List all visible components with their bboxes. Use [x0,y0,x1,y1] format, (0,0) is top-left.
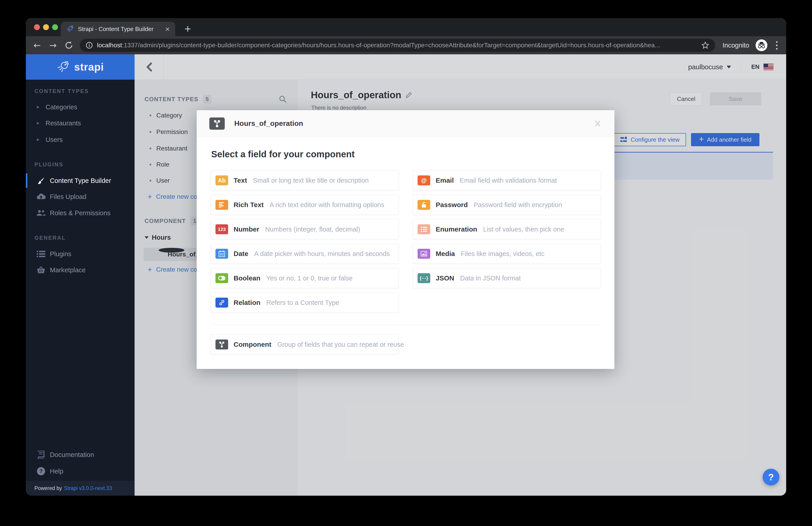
component-field-icon [216,340,228,349]
browser-toolbar: ← → localhost :1337/admin/plugins/conten… [26,36,786,54]
sidebar-item-restaurants[interactable]: Restaurants [26,116,134,130]
bookmark-star-icon[interactable] [701,41,709,49]
forward-icon[interactable]: → [48,40,58,50]
window-zoom-button[interactable] [52,24,58,30]
field-card-email[interactable]: @ Email Email field with validations for… [413,170,601,190]
users-icon [36,208,46,217]
modal-header: Hours_of_operation [197,110,614,137]
field-card-boolean[interactable]: Boolean Yes or no, 1 or 0, true or false [211,268,399,288]
sidebar: strapi CONTENT TYPES Categories Restaura… [26,54,134,496]
sidebar-item-users[interactable]: Users [26,132,134,147]
bullet-icon [37,139,39,141]
email-field-icon: @ [418,176,430,185]
content-types-section-label: CONTENT TYPES [26,88,89,94]
strapi-version-link[interactable]: Strapi v3.0.0-next.33 [64,485,112,491]
strapi-favicon-icon [66,25,74,33]
field-card-date[interactable]: Date A date picker with hours, minutes a… [211,244,399,264]
sidebar-item-content-type-builder[interactable]: Content Type Builder [26,174,134,188]
sidebar-item-files-upload[interactable]: Files Upload [26,190,134,204]
incognito-label: Incognito [723,42,749,49]
modal-heading: Select a field for your component [211,149,354,159]
question-circle-icon: ? [36,467,46,476]
media-field-icon [418,249,430,259]
field-card-password[interactable]: Password Password field with encryption [413,195,601,215]
number-field-icon: 123 [216,224,228,234]
list-icon [36,250,46,258]
sidebar-item-categories[interactable]: Categories [26,100,134,114]
back-icon[interactable]: ← [32,40,42,50]
richtext-field-icon [216,200,228,210]
new-tab-button[interactable]: + [185,22,191,35]
general-section-label: GENERAL [26,235,66,241]
boolean-field-icon [216,273,228,283]
browser-tab-bar: Strapi - Content Type Builder × + [26,18,786,36]
tab-title: Strapi - Content Type Builder [78,26,154,33]
modal-divider [211,324,600,325]
brand-name: strapi [74,61,104,73]
address-bar[interactable]: localhost :1337/admin/plugins/content-ty… [80,39,715,52]
json-field-icon: {···} [418,273,430,283]
field-card-number[interactable]: 123 Number Numbers (integer, float, deci… [211,219,399,239]
basket-icon [36,266,46,274]
password-field-icon [418,200,430,210]
svg-text:?: ? [40,468,43,474]
relation-field-icon [216,298,228,307]
component-icon [209,118,225,130]
sidebar-item-documentation[interactable]: Documentation [26,448,134,462]
browser-menu-icon[interactable] [776,41,778,49]
url-path: :1337/admin/plugins/content-type-builder… [122,42,701,49]
powered-by-label: Powered by [34,485,62,491]
date-field-icon [216,249,228,259]
strapi-logo[interactable]: strapi [26,54,134,80]
field-card-relation[interactable]: Relation Refers to a Content Type [211,292,399,313]
field-card-json[interactable]: {···} JSON Data in JSON format [413,268,601,288]
powered-by-footer: Powered by Strapi v3.0.0-next.33 [26,481,134,496]
sidebar-item-plugins[interactable]: Plugins [26,247,134,261]
active-indicator [26,174,27,188]
sidebar-item-marketplace[interactable]: Marketplace [26,263,134,277]
site-info-icon[interactable] [86,42,93,49]
sidebar-item-roles-permissions[interactable]: Roles & Permissions [26,206,134,220]
browser-window: Strapi - Content Type Builder × + ← → lo… [26,18,786,496]
modal-title: Hours_of_operation [234,119,303,127]
cloud-upload-icon [36,192,46,201]
paintbrush-icon [36,176,46,185]
field-card-component[interactable]: Component Group of fields that you can r… [211,334,399,355]
help-fab-button[interactable]: ? [763,469,779,485]
incognito-icon [755,39,768,51]
window-minimize-button[interactable] [43,24,49,30]
choose-attribute-modal: Hours_of_operation Select a field for yo… [197,110,614,369]
bullet-icon [37,106,39,108]
reload-icon[interactable] [64,40,74,50]
modal-close-icon[interactable] [594,120,602,127]
plugins-section-label: PLUGINS [26,161,63,168]
field-card-enumeration[interactable]: Enumeration List of values, then pick on… [413,219,601,239]
field-card-richtext[interactable]: Rich Text A rich text editor with format… [211,195,399,215]
bullet-icon [37,122,39,124]
book-icon [36,450,46,459]
strapi-rocket-icon [56,60,70,74]
window-close-button[interactable] [34,24,40,30]
sidebar-item-help[interactable]: ? Help [26,464,134,479]
tab-close-icon[interactable]: × [165,25,170,33]
browser-tab[interactable]: Strapi - Content Type Builder × [61,22,175,36]
enumeration-field-icon [418,224,430,234]
field-card-media[interactable]: Media Files like images, videos, etc [413,244,601,264]
text-field-icon: Ab [216,176,228,185]
url-host: localhost [97,42,122,49]
field-card-text[interactable]: Ab Text Small or long text like title or… [211,170,399,190]
